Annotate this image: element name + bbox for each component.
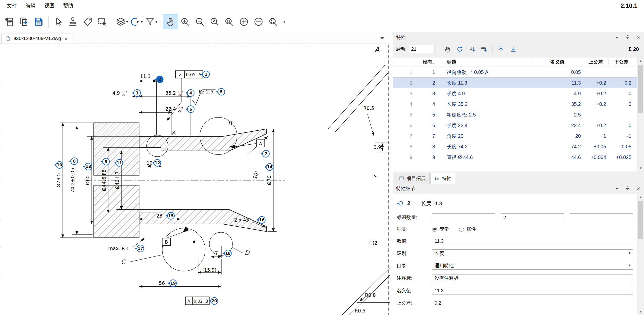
close-icon[interactable]	[635, 35, 641, 40]
renumber-button[interactable]	[454, 44, 465, 54]
menu-edit[interactable]: 编辑	[21, 1, 40, 10]
category-select[interactable]: ▾	[432, 262, 633, 270]
new-document-button[interactable]	[2, 14, 17, 29]
id-count-input-3[interactable]	[570, 213, 633, 221]
details-scrollbar[interactable]: ▲ ▼	[637, 194, 644, 315]
contrast-button[interactable]: ▾	[129, 14, 144, 29]
zoom-region-button[interactable]	[266, 14, 281, 29]
id-count-input-1[interactable]	[432, 213, 495, 221]
tab-list-button[interactable]	[379, 35, 385, 41]
dropdown-chevron-icon[interactable]: ▾	[126, 20, 128, 24]
tag-tool-button[interactable]	[80, 14, 95, 29]
marquee-tool-button[interactable]	[95, 14, 110, 29]
balloon-20[interactable]: 20	[209, 298, 218, 304]
open-document-button[interactable]	[17, 14, 31, 29]
zoom-out-button[interactable]	[192, 14, 207, 29]
id-count-input-2[interactable]	[501, 213, 564, 221]
radio-icon[interactable]	[459, 227, 464, 232]
balloon-14[interactable]: 14	[264, 164, 273, 170]
balloon-18[interactable]: 18	[222, 250, 231, 257]
scroll-down-button[interactable]: ▼	[637, 308, 644, 315]
circle-plus-button[interactable]	[237, 14, 251, 29]
layers-button[interactable]: ▾	[114, 14, 129, 29]
grab-button[interactable]	[442, 44, 453, 54]
select-tool-button[interactable]	[51, 14, 66, 29]
close-icon[interactable]	[635, 186, 641, 191]
chevron-down-icon[interactable]	[614, 35, 620, 40]
table-row[interactable]: 11径向跳动 ↗ 0.05 A0.05	[393, 67, 637, 77]
table-row[interactable]: 22长度 11.311.3+0.2-0.2	[393, 77, 637, 88]
scrollbar-thumb[interactable]	[638, 65, 643, 113]
table-row[interactable]: 77角度 2020+1-1	[393, 131, 637, 141]
upper-tolerance-input[interactable]	[432, 299, 633, 307]
radio-icon[interactable]	[432, 227, 437, 232]
table-scrollbar[interactable]: ▲ ▼	[637, 57, 644, 171]
scroll-up-button[interactable]: ▲	[637, 194, 644, 200]
splitter[interactable]	[390, 32, 393, 315]
scroll-down-button[interactable]: ▼	[637, 165, 644, 171]
scrollbar-thumb[interactable]	[638, 201, 643, 239]
balloon-2[interactable]: 2	[154, 76, 163, 83]
pin-icon[interactable]	[625, 186, 630, 191]
menu-view[interactable]: 视图	[40, 1, 59, 10]
balloon-6[interactable]: 6	[185, 106, 194, 112]
balloon-8[interactable]: 8	[69, 158, 78, 165]
stamp-tool-icon	[68, 16, 78, 27]
drawing-canvas[interactable]: ↗0.05A//0.02B AB 11.34.9+0.2-035.2+0.2-0…	[0, 44, 390, 315]
save-button[interactable]	[31, 14, 46, 29]
level-value[interactable]	[432, 249, 633, 257]
dropdown-chevron-icon[interactable]: ▾	[141, 20, 143, 24]
sort-z-button[interactable]	[466, 44, 477, 54]
document-tab[interactable]: 930-1200-406-V1.dwg ×	[2, 33, 71, 44]
panel-tab-characteristics[interactable]: 特性	[431, 173, 455, 184]
zoom-window-button[interactable]	[222, 14, 237, 29]
table-row[interactable]: 99直径 Ø 44.644.6+0.064+0.025	[393, 152, 637, 163]
table-row[interactable]: 88长度 74.274.2+0.05-0.05	[393, 141, 637, 152]
svg-text:B: B	[205, 299, 208, 304]
nominal-input[interactable]	[432, 287, 633, 294]
chevron-down-icon[interactable]: ▾	[629, 263, 631, 268]
table-row[interactable]: 55粗糙度Rz 2.52.5	[393, 109, 637, 120]
balloon-7[interactable]: 7	[260, 150, 269, 157]
annotation-input[interactable]	[432, 274, 633, 282]
chevron-down-icon[interactable]: ▾	[629, 250, 631, 255]
pin-icon[interactable]	[625, 35, 630, 40]
balloon-10[interactable]: 10	[54, 162, 63, 168]
table-row[interactable]: 44长度 35.235.2+0.20	[393, 99, 637, 109]
zoom-fit-button[interactable]	[207, 14, 222, 29]
pan-tool-button[interactable]	[163, 14, 178, 29]
chevron-down-icon[interactable]	[614, 186, 620, 191]
balloon-13[interactable]: 13	[83, 163, 92, 170]
radio-kind-option[interactable]: 变量	[432, 226, 449, 232]
balloon-5[interactable]: 5	[216, 88, 225, 95]
value-input[interactable]	[432, 237, 633, 245]
table-row[interactable]: 66长度 22.422.4+0.20	[393, 120, 637, 131]
level-select[interactable]: ▾	[432, 249, 633, 257]
stamp-tool-button[interactable]	[66, 14, 80, 29]
dropdown-chevron-icon[interactable]: ▾	[156, 20, 157, 24]
scroll-up-button[interactable]: ▲	[637, 57, 644, 64]
move-top-button[interactable]	[496, 44, 506, 54]
sort-z-icon	[468, 45, 476, 53]
start-number-input[interactable]	[409, 45, 435, 53]
balloon-12[interactable]: 12	[152, 160, 161, 166]
sequence-button[interactable]	[479, 44, 489, 54]
circle-minus-button[interactable]	[251, 14, 266, 29]
balloon-19[interactable]: 19	[167, 280, 177, 287]
move-bottom-button[interactable]	[508, 44, 518, 54]
balloon-3[interactable]: 3	[132, 90, 141, 96]
radio-kind-option[interactable]: 属性	[459, 226, 476, 232]
zoom-in-button[interactable]	[178, 14, 192, 29]
filter-button[interactable]: ▾	[144, 14, 158, 29]
menu-file[interactable]: 文件	[3, 1, 21, 10]
category-value[interactable]	[432, 262, 633, 270]
close-tab-button[interactable]: ×	[63, 36, 68, 41]
balloon-17[interactable]: 17	[135, 245, 144, 252]
table-row[interactable]: 33长度 4.94.9+0.20	[393, 88, 637, 99]
balloon-4[interactable]: 4	[185, 90, 194, 96]
menu-help[interactable]: 帮助	[59, 1, 77, 10]
drawing-viewport[interactable]: ↗0.05A//0.02B AB 11.34.9+0.2-035.2+0.2-0…	[0, 44, 390, 315]
panel-tab-project[interactable]: 项目拓展	[395, 173, 430, 184]
zoom-fit-icon	[209, 16, 220, 27]
collapse-button[interactable]	[281, 14, 288, 29]
